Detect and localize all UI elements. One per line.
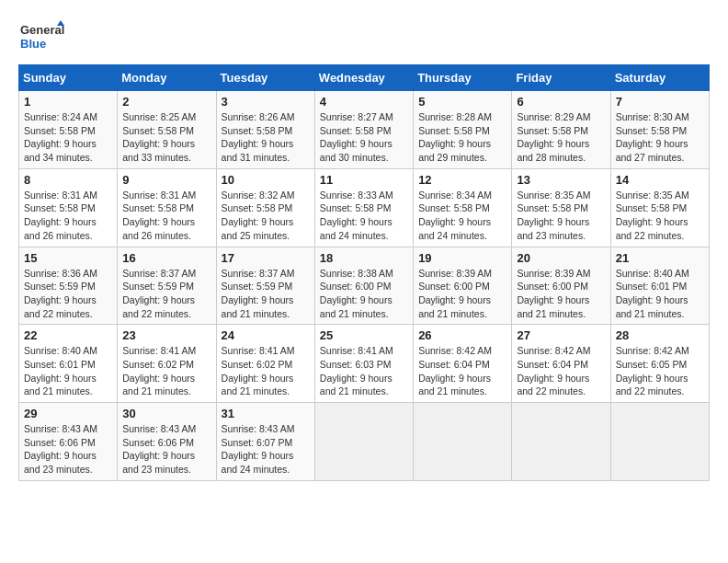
sunset-time: 6:01 PM xyxy=(60,359,96,370)
daylight-label: Daylight: xyxy=(320,373,358,384)
header: General Blue xyxy=(18,18,710,55)
calendar-week-row: 8 Sunrise: 8:31 AM Sunset: 5:58 PM Dayli… xyxy=(19,168,710,247)
day-number: 26 xyxy=(418,328,506,342)
sunrise-time: 8:29 AM xyxy=(555,111,591,122)
calendar-cell: 6 Sunrise: 8:29 AM Sunset: 5:58 PM Dayli… xyxy=(512,91,610,169)
sunset-time: 6:02 PM xyxy=(256,359,292,370)
col-header-wednesday: Wednesday xyxy=(314,65,413,91)
sunset-label: Sunset: xyxy=(24,202,57,213)
sunrise-label: Sunrise: xyxy=(517,268,552,279)
sunrise-label: Sunrise: xyxy=(222,190,257,201)
daylight-label: Daylight: xyxy=(616,294,654,305)
sunset-label: Sunset: xyxy=(320,359,353,370)
daylight-label: Daylight: xyxy=(517,216,554,227)
sunset-label: Sunset: xyxy=(616,125,649,136)
sunrise-label: Sunrise: xyxy=(222,111,257,122)
day-number: 13 xyxy=(517,173,605,187)
calendar-week-row: 29 Sunrise: 8:43 AM Sunset: 6:06 PM Dayl… xyxy=(19,403,710,481)
daylight-label: Daylight: xyxy=(418,373,456,384)
cell-content: Sunrise: 8:31 AM Sunset: 5:58 PM Dayligh… xyxy=(122,189,210,243)
sunrise-time: 8:38 AM xyxy=(358,268,393,279)
sunset-label: Sunset: xyxy=(616,202,649,213)
daylight-label: Daylight: xyxy=(320,138,358,149)
daylight-label: Daylight: xyxy=(222,450,259,461)
day-number: 20 xyxy=(517,251,605,265)
sunset-label: Sunset: xyxy=(122,359,155,370)
day-number: 17 xyxy=(222,251,310,265)
sunset-time: 5:58 PM xyxy=(651,125,687,136)
cell-content: Sunrise: 8:41 AM Sunset: 6:02 PM Dayligh… xyxy=(122,344,210,398)
sunrise-time: 8:39 AM xyxy=(457,268,493,279)
sunrise-label: Sunrise: xyxy=(320,190,356,201)
sunset-time: 5:58 PM xyxy=(454,202,490,213)
sunrise-label: Sunrise: xyxy=(122,268,158,279)
cell-content: Sunrise: 8:34 AM Sunset: 5:58 PM Dayligh… xyxy=(418,189,506,243)
sunset-time: 6:04 PM xyxy=(552,359,588,370)
cell-content: Sunrise: 8:29 AM Sunset: 5:58 PM Dayligh… xyxy=(517,110,605,165)
sunset-time: 5:58 PM xyxy=(256,125,292,136)
sunrise-time: 8:34 AM xyxy=(457,190,493,201)
daylight-label: Daylight: xyxy=(616,216,654,227)
daylight-label: Daylight: xyxy=(418,138,456,149)
day-number: 18 xyxy=(320,251,408,265)
cell-content: Sunrise: 8:33 AM Sunset: 5:58 PM Dayligh… xyxy=(320,189,408,243)
calendar-cell: 21 Sunrise: 8:40 AM Sunset: 6:01 PM Dayl… xyxy=(610,247,709,325)
sunset-label: Sunset: xyxy=(517,281,550,292)
calendar-cell: 2 Sunrise: 8:25 AM Sunset: 5:58 PM Dayli… xyxy=(118,91,216,169)
sunrise-time: 8:36 AM xyxy=(62,268,97,279)
day-number: 11 xyxy=(320,173,408,187)
calendar-week-row: 1 Sunrise: 8:24 AM Sunset: 5:58 PM Dayli… xyxy=(19,91,710,169)
sunset-time: 5:58 PM xyxy=(651,202,687,213)
sunrise-label: Sunrise: xyxy=(320,345,356,356)
sunset-label: Sunset: xyxy=(418,125,451,136)
sunset-label: Sunset: xyxy=(122,281,155,292)
sunrise-label: Sunrise: xyxy=(222,268,257,279)
sunrise-time: 8:40 AM xyxy=(62,345,97,356)
sunset-time: 5:59 PM xyxy=(158,281,194,292)
day-number: 14 xyxy=(616,173,704,187)
sunset-time: 6:00 PM xyxy=(552,281,588,292)
calendar-cell: 27 Sunrise: 8:42 AM Sunset: 6:04 PM Dayl… xyxy=(512,325,610,403)
daylight-label: Daylight: xyxy=(122,450,160,461)
day-number: 29 xyxy=(24,407,112,420)
sunset-label: Sunset: xyxy=(616,281,649,292)
calendar-cell: 1 Sunrise: 8:24 AM Sunset: 5:58 PM Dayli… xyxy=(19,91,118,169)
day-number: 24 xyxy=(222,328,310,342)
col-header-tuesday: Tuesday xyxy=(216,65,314,91)
logo-svg: General Blue xyxy=(18,18,64,55)
sunset-label: Sunset: xyxy=(222,281,255,292)
sunset-label: Sunset: xyxy=(320,125,353,136)
daylight-label: Daylight: xyxy=(222,294,259,305)
calendar-cell: 24 Sunrise: 8:41 AM Sunset: 6:02 PM Dayl… xyxy=(216,325,314,403)
calendar-cell: 5 Sunrise: 8:28 AM Sunset: 5:58 PM Dayli… xyxy=(414,91,512,169)
sunrise-label: Sunrise: xyxy=(222,423,257,434)
calendar-cell: 23 Sunrise: 8:41 AM Sunset: 6:02 PM Dayl… xyxy=(118,325,216,403)
sunrise-time: 8:35 AM xyxy=(654,190,689,201)
daylight-label: Daylight: xyxy=(418,294,456,305)
day-number: 30 xyxy=(122,407,210,420)
cell-content: Sunrise: 8:24 AM Sunset: 5:58 PM Dayligh… xyxy=(24,110,112,165)
col-header-monday: Monday xyxy=(118,65,216,91)
sunrise-time: 8:35 AM xyxy=(555,190,591,201)
cell-content: Sunrise: 8:37 AM Sunset: 5:59 PM Dayligh… xyxy=(122,267,210,321)
daylight-label: Daylight: xyxy=(222,373,259,384)
sunset-time: 5:58 PM xyxy=(158,202,194,213)
sunset-time: 5:59 PM xyxy=(60,281,96,292)
cell-content: Sunrise: 8:43 AM Sunset: 6:07 PM Dayligh… xyxy=(222,422,310,477)
sunrise-label: Sunrise: xyxy=(24,190,60,201)
daylight-label: Daylight: xyxy=(418,216,456,227)
day-number: 25 xyxy=(320,328,408,342)
daylight-label: Daylight: xyxy=(222,216,259,227)
sunrise-time: 8:43 AM xyxy=(259,423,295,434)
sunrise-time: 8:30 AM xyxy=(654,111,689,122)
day-number: 22 xyxy=(24,328,112,342)
daylight-label: Daylight: xyxy=(222,138,259,149)
sunset-label: Sunset: xyxy=(222,125,255,136)
calendar-cell xyxy=(414,403,512,481)
sunset-time: 5:58 PM xyxy=(60,202,96,213)
sunrise-time: 8:37 AM xyxy=(161,268,197,279)
sunset-time: 5:58 PM xyxy=(355,202,391,213)
sunrise-label: Sunrise: xyxy=(517,345,552,356)
cell-content: Sunrise: 8:42 AM Sunset: 6:05 PM Dayligh… xyxy=(616,344,704,398)
cell-content: Sunrise: 8:27 AM Sunset: 5:58 PM Dayligh… xyxy=(320,110,408,165)
